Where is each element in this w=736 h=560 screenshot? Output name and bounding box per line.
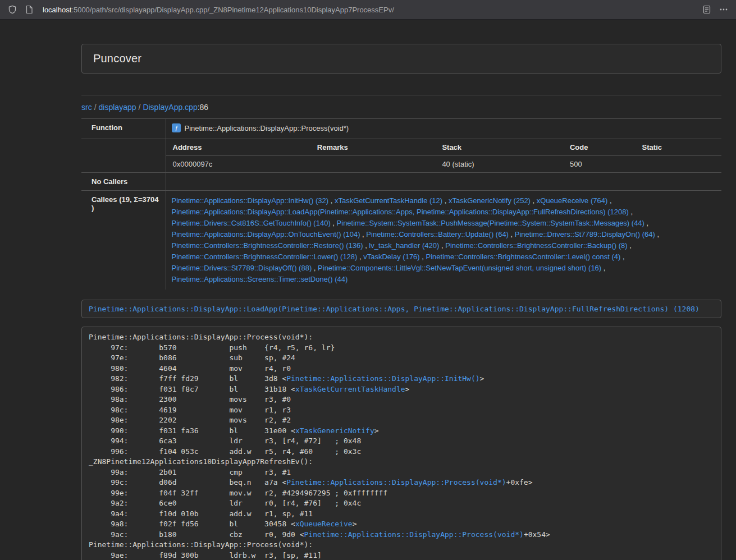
stats-value-row: 0x0000097c 40 (static) 500 — [166, 156, 722, 173]
no-callers-row: No Callers — [81, 173, 721, 191]
content-column: Puncover src/displayapp/DisplayApp.cpp:8… — [81, 44, 721, 560]
function-row: Function f Pinetime::Applications::Displ… — [81, 119, 721, 139]
highlighted-callee-link[interactable]: Pinetime::Applications::DisplayApp::Load… — [89, 305, 700, 313]
callee-link[interactable]: Pinetime::Applications::DisplayApp::Load… — [172, 208, 629, 216]
callee-link[interactable]: Pinetime::System::SystemTask::PushMessag… — [337, 219, 644, 227]
no-callers-label: No Callers — [81, 173, 166, 191]
column-header-static: Static — [636, 139, 721, 156]
asm-symbol-link[interactable]: xTaskGetCurrentTaskHandle — [295, 385, 405, 393]
callee-link[interactable]: Pinetime::Controllers::BrightnessControl… — [426, 253, 621, 261]
page-icon[interactable] — [24, 4, 35, 15]
callee-separator: , — [360, 230, 367, 238]
callee-link[interactable]: Pinetime::Applications::DisplayApp::OnTo… — [172, 230, 360, 238]
stack-value: 40 (static) — [435, 156, 563, 173]
breadcrumb: src/displayapp/DisplayApp.cpp:86 — [81, 103, 721, 112]
callee-link[interactable]: Pinetime::Applications::Screens::Timer::… — [172, 275, 348, 283]
callee-link[interactable]: Pinetime::Drivers::Cst816S::GetTouchInfo… — [172, 219, 331, 227]
breadcrumb-separator: / — [136, 103, 143, 112]
callee-link[interactable]: xTaskGetCurrentTaskHandle (12) — [335, 196, 442, 205]
divider — [81, 95, 721, 95]
function-name: Pinetime::Applications::DisplayApp::Proc… — [185, 124, 349, 132]
remarks-value — [310, 156, 436, 173]
callee-link[interactable]: Pinetime::Applications::DisplayApp::Init… — [172, 196, 329, 205]
callee-separator: , — [357, 253, 363, 261]
breadcrumb-link-displayapp[interactable]: displayapp — [99, 103, 136, 112]
browser-toolbar: localhost:5000/path/src/displayapp/Displ… — [0, 0, 736, 20]
static-value — [636, 156, 721, 173]
stats-row-wrapper: Address Remarks Stack Code Static 0x0000… — [81, 139, 721, 173]
callee-separator: , — [628, 241, 632, 250]
reader-view-icon[interactable] — [701, 4, 712, 15]
column-header-address: Address — [166, 139, 310, 156]
highlighted-callee-panel: Pinetime::Applications::DisplayApp::Load… — [81, 300, 721, 318]
callee-link[interactable]: Pinetime::Controllers::BrightnessControl… — [172, 241, 363, 250]
callee-separator: , — [601, 264, 605, 272]
callee-separator: , — [439, 241, 445, 250]
callee-separator: , — [531, 196, 537, 205]
shield-icon[interactable] — [7, 4, 18, 15]
page-title: Puncover — [93, 52, 710, 65]
callees-label: Callees (19, Σ=3704 ) — [81, 191, 166, 290]
callee-link[interactable]: xTaskGenericNotify (252) — [449, 196, 531, 205]
function-name-cell: f Pinetime::Applications::DisplayApp::Pr… — [172, 123, 349, 132]
callee-link[interactable]: xQueueReceive (764) — [537, 196, 607, 205]
callee-link[interactable]: Pinetime::Drivers::St7789::DisplayOn() (… — [515, 230, 655, 238]
function-label: Function — [81, 119, 166, 139]
no-callers-empty-cell — [166, 173, 721, 191]
callee-separator: , — [420, 253, 426, 261]
callee-separator: , — [363, 241, 369, 250]
callee-separator: , — [607, 196, 611, 205]
callee-link[interactable]: lv_task_handler (420) — [369, 241, 439, 250]
callee-separator: , — [442, 196, 449, 205]
callee-link[interactable]: Pinetime::Drivers::St7789::DisplayOff() … — [172, 264, 312, 272]
column-header-code: Code — [563, 139, 636, 156]
menu-dots-icon[interactable] — [718, 4, 729, 15]
asm-symbol-link[interactable]: Pinetime::Applications::DisplayApp::Proc… — [286, 478, 506, 486]
callee-separator: , — [509, 230, 515, 238]
callee-link[interactable]: Pinetime::Controllers::BrightnessControl… — [445, 241, 627, 250]
callee-separator: , — [620, 253, 624, 261]
url-bar[interactable]: localhost:5000/path/src/displayapp/Displ… — [40, 6, 696, 14]
code-value: 500 — [563, 156, 636, 173]
disassembly: Pinetime::Applications::DisplayApp::Proc… — [89, 332, 714, 560]
callee-separator: , — [328, 196, 335, 205]
callee-separator: , — [629, 208, 633, 216]
callee-separator: , — [655, 230, 659, 238]
callees-row: Callees (19, Σ=3704 ) Pinetime::Applicat… — [81, 191, 721, 290]
disassembly-panel: Pinetime::Applications::DisplayApp::Proc… — [81, 327, 721, 560]
stats-table: Address Remarks Stack Code Static 0x0000… — [166, 139, 722, 172]
asm-symbol-link[interactable]: xTaskGenericNotify — [295, 426, 374, 435]
callee-link[interactable]: vTaskDelay (176) — [363, 253, 419, 261]
asm-symbol-link[interactable]: Pinetime::Applications::DisplayApp::Proc… — [304, 530, 524, 539]
breadcrumb-separator: / — [92, 103, 99, 112]
symbol-table: Function f Pinetime::Applications::Displ… — [81, 118, 721, 290]
callee-link[interactable]: Pinetime::Controllers::BrightnessControl… — [172, 253, 358, 261]
stats-left-spacer — [81, 139, 166, 173]
page-header-panel: Puncover — [81, 44, 721, 74]
callee-separator: , — [331, 219, 337, 227]
breadcrumb-link-src[interactable]: src — [81, 103, 92, 112]
breadcrumb-link-file[interactable]: DisplayApp.cpp — [143, 103, 197, 112]
column-header-stack: Stack — [435, 139, 563, 156]
column-header-remarks: Remarks — [310, 139, 436, 156]
url-path: :5000/path/src/displayapp/DisplayApp.cpp… — [71, 6, 394, 14]
callee-link[interactable]: Pinetime::Components::LittleVgl::SetNewT… — [318, 264, 601, 272]
address-value: 0x0000097c — [166, 156, 310, 173]
asm-symbol-link[interactable]: xQueueReceive — [295, 520, 353, 528]
callee-separator: , — [644, 219, 648, 227]
callee-separator: , — [312, 264, 318, 272]
breadcrumb-line-number: :86 — [198, 103, 208, 112]
asm-symbol-link[interactable]: Pinetime::Applications::DisplayApp::Init… — [286, 374, 479, 383]
callees-list: Pinetime::Applications::DisplayApp::Init… — [172, 195, 716, 285]
url-host: localhost — [43, 6, 71, 14]
stats-header-row: Address Remarks Stack Code Static — [166, 139, 722, 156]
callee-link[interactable]: Pinetime::Controllers::Battery::Update()… — [366, 230, 509, 238]
function-icon: f — [172, 123, 181, 132]
